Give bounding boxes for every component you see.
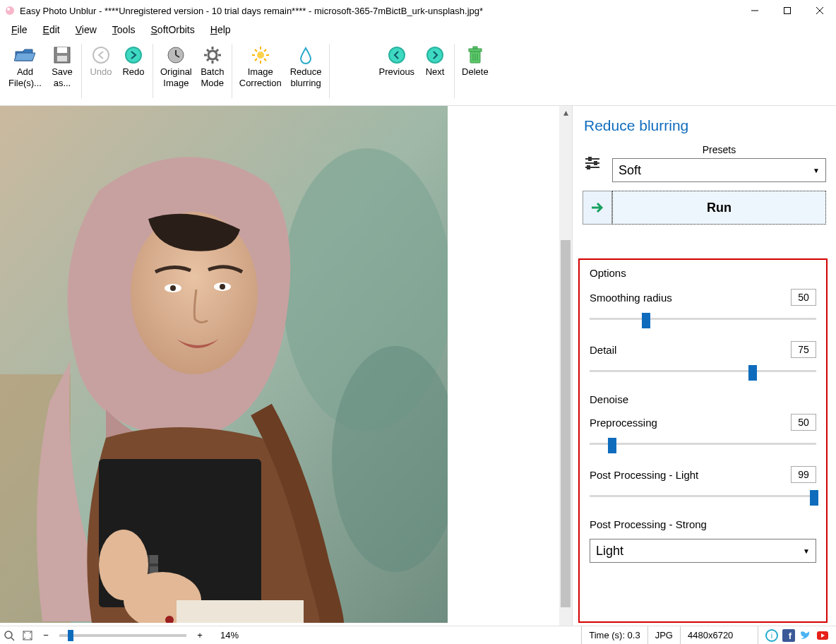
maximize-button[interactable] [771,0,804,21]
canvas-area: ▴ [0,106,572,626]
menu-edit[interactable]: Edit [36,23,67,37]
svg-text:i: i [771,631,772,640]
batch-mode-button[interactable]: Batch Mode [196,41,229,92]
svg-point-46 [170,285,176,291]
chevron-down-icon: ▼ [803,547,810,555]
chevron-right-circle-icon [426,44,444,66]
preprocessing-value[interactable]: 50 [791,414,816,431]
svg-point-33 [427,47,443,63]
zoom-percent: 14% [209,630,250,640]
menu-softorbits[interactable]: SoftOrbits [144,23,202,37]
preprocessing-slider[interactable] [590,436,816,452]
run-button[interactable]: Run [612,191,826,225]
svg-rect-35 [469,49,482,52]
info-icon[interactable]: i [765,629,778,642]
menu-file[interactable]: File [4,23,35,37]
zoom-slider[interactable] [59,634,186,637]
menu-tools[interactable]: Tools [105,23,143,37]
content-area: ▴ Reduce blurring Presets Soft ▼ Run Opt… [0,106,836,626]
presets-dropdown[interactable]: Soft ▼ [612,158,826,182]
undo-button[interactable]: Undo [85,41,117,80]
next-button[interactable]: Next [419,41,451,80]
menubar: File Edit View Tools SoftOrbits Help [0,21,836,38]
twitter-icon[interactable] [799,629,812,642]
menu-help[interactable]: Help [203,23,238,37]
toolbar: Add File(s)... Save as... Undo Redo Orig… [0,38,836,106]
chevron-down-icon: ▼ [813,167,820,174]
denoise-label: Denoise [590,393,816,405]
svg-rect-7 [57,47,67,53]
scrollbar-thumb[interactable] [561,240,571,607]
zoom-in-button[interactable]: + [191,630,209,640]
svg-rect-62 [588,157,592,161]
presets-label: Presets [612,144,826,155]
previous-button[interactable]: Previous [375,41,419,80]
zoom-fit-button[interactable] [18,630,37,641]
svg-rect-52 [150,555,158,564]
status-format: JPG [647,626,680,644]
app-icon [4,5,16,16]
svg-rect-3 [784,8,791,14]
status-dimensions: 4480x6720 [680,626,758,644]
svg-rect-58 [177,600,304,623]
detail-value[interactable]: 75 [791,341,816,358]
smoothing-label: Smoothing radius [590,292,791,304]
reduce-blurring-button[interactable]: Reduce blurring [286,41,326,92]
svg-rect-36 [473,47,477,49]
postlight-slider[interactable] [590,489,816,504]
poststrong-label: Post Processing - Strong [590,518,816,530]
zoom-out-button[interactable]: − [37,630,55,640]
floppy-icon [53,44,71,66]
close-button[interactable] [804,0,836,21]
chevron-left-circle-icon [388,44,406,66]
delete-button[interactable]: Delete [458,41,493,80]
scroll-up-icon[interactable]: ▴ [559,106,572,119]
redo-button[interactable]: Redo [117,41,150,80]
trash-icon [467,44,484,66]
menu-view[interactable]: View [68,23,104,37]
statusbar: − + 14% Time (s): 0.3 JPG 4480x6720 i f [0,626,836,644]
svg-point-56 [99,530,148,600]
svg-point-32 [389,47,405,63]
droplet-icon [297,44,315,66]
image-correction-button[interactable]: Image Correction [235,41,286,92]
arrow-right-icon [589,199,606,216]
svg-rect-64 [587,165,590,169]
detail-slider[interactable] [590,364,816,379]
panel-title: Reduce blurring [584,117,826,134]
sun-icon [251,44,270,66]
svg-line-28 [255,49,257,52]
smoothing-slider[interactable] [590,311,816,327]
svg-line-19 [207,49,209,52]
window-title: Easy Photo Unblur - ****Unregistered ver… [20,6,739,16]
svg-point-23 [257,52,264,59]
save-as-button[interactable]: Save as... [46,41,78,92]
side-panel: Reduce blurring Presets Soft ▼ Run Optio… [572,106,836,626]
titlebar: Easy Photo Unblur - ****Unregistered ver… [0,0,836,21]
svg-point-1 [7,8,10,11]
svg-rect-63 [594,161,597,165]
arrow-left-circle-icon [92,44,110,66]
status-time: Time (s): 0.3 [581,626,647,644]
postlight-value[interactable]: 99 [791,466,816,483]
vertical-scrollbar[interactable]: ▴ [559,106,572,626]
detail-label: Detail [590,344,791,356]
facebook-icon[interactable]: f [782,629,795,642]
svg-line-30 [255,59,257,61]
smoothing-value[interactable]: 50 [791,289,816,306]
svg-rect-8 [57,56,67,61]
run-icon-box[interactable] [583,191,612,225]
original-image-button[interactable]: Original Image [156,41,196,92]
photo-preview[interactable] [0,106,448,623]
svg-point-48 [220,284,225,290]
postlight-label: Post Processing - Light [590,469,791,481]
svg-point-14 [208,51,217,59]
youtube-icon[interactable] [816,629,829,642]
gear-icon [203,44,222,66]
add-file-button[interactable]: Add File(s)... [4,41,46,92]
minimize-button[interactable] [739,0,771,21]
zoom-actual-button[interactable] [0,630,18,641]
svg-line-66 [11,638,14,640]
svg-line-29 [264,59,266,61]
poststrong-dropdown[interactable]: Light ▼ [590,539,816,563]
